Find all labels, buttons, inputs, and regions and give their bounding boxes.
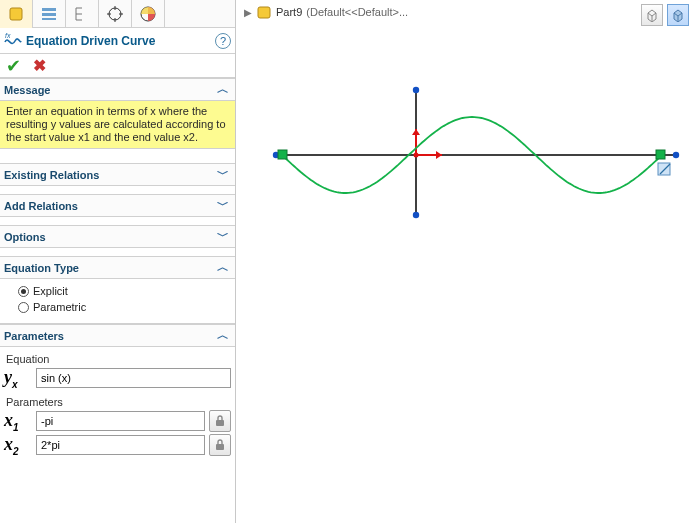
yx-input[interactable] [36,368,231,388]
section-equation-type-label: Equation Type [4,262,79,274]
x1-label: x1 [4,410,32,433]
chevron-down-icon: ﹀ [217,166,229,183]
equation-sublabel: Equation [6,353,231,365]
x2-input[interactable] [36,435,205,455]
section-parameters-label: Parameters [4,330,64,342]
tab-property-manager[interactable] [33,0,66,28]
curve-end-handle[interactable] [656,150,665,159]
radio-icon [18,286,29,297]
svg-rect-2 [42,13,56,16]
radio-explicit-label: Explicit [33,285,68,297]
radio-parametric-label: Parametric [33,301,86,313]
chevron-down-icon: ﹀ [217,197,229,214]
section-options-header[interactable]: Options ﹀ [0,225,235,248]
arrowhead-icon [436,151,442,159]
property-manager-panel: fx Equation Driven Curve ? ✔ ✖ Message ︿… [0,0,236,523]
sketch-canvas [236,0,691,500]
axis-endpoint[interactable] [413,212,419,218]
x2-lock-button[interactable] [209,434,231,456]
section-existing-relations-label: Existing Relations [4,169,99,181]
chevron-down-icon: ﹀ [217,228,229,245]
chevron-up-icon: ︿ [217,81,229,98]
svg-rect-3 [42,18,56,20]
chevron-up-icon: ︿ [217,259,229,276]
lock-icon [214,439,226,451]
x1-input[interactable] [36,411,205,431]
section-parameters-header[interactable]: Parameters ︿ [0,324,235,347]
x2-row: x2 [4,434,231,457]
tab-configuration-manager[interactable] [66,0,99,28]
parameters-sublabel: Parameters [6,396,231,408]
x2-label: x2 [4,434,32,457]
section-options-label: Options [4,231,46,243]
panel-title-row: fx Equation Driven Curve ? [0,28,235,54]
ok-button[interactable]: ✔ [6,57,21,75]
tab-dimxpert[interactable] [99,0,132,28]
appearance-icon [139,5,157,23]
equation-type-body: Explicit Parametric [0,279,235,324]
target-icon [106,5,124,23]
chevron-up-icon: ︿ [217,327,229,344]
help-icon[interactable]: ? [215,33,231,49]
relation-glyph[interactable] [658,163,670,175]
message-body: Enter an equation in terms of x where th… [0,101,235,149]
tab-feature-manager[interactable] [0,0,33,28]
radio-icon [18,302,29,313]
axis-endpoint[interactable] [673,152,679,158]
svg-rect-1 [42,8,56,11]
section-message-label: Message [4,84,50,96]
section-message-header[interactable]: Message ︿ [0,78,235,101]
x1-lock-button[interactable] [209,410,231,432]
yx-label: yx [4,367,32,390]
parameters-body: Equation yx Parameters x1 x2 [0,347,235,467]
curve-start-handle[interactable] [278,150,287,159]
equation-yx-row: yx [4,367,231,390]
svg-text:fx: fx [5,32,11,39]
origin-point[interactable] [414,153,419,158]
equation-curve-icon: fx [4,32,22,50]
graphics-area[interactable]: ▶ Part9 (Default<<Default>... [236,0,695,523]
config-tree-icon [73,5,91,23]
x1-row: x1 [4,410,231,433]
cancel-button[interactable]: ✖ [33,58,46,74]
section-equation-type-header[interactable]: Equation Type ︿ [0,256,235,279]
section-add-relations-header[interactable]: Add Relations ﹀ [0,194,235,217]
radio-parametric[interactable]: Parametric [18,299,229,315]
tab-display-manager[interactable] [132,0,165,28]
panel-title: Equation Driven Curve [26,34,215,48]
axis-endpoint[interactable] [413,87,419,93]
section-existing-relations-header[interactable]: Existing Relations ﹀ [0,163,235,186]
property-icon [40,5,58,23]
lock-icon [214,415,226,427]
section-add-relations-label: Add Relations [4,200,78,212]
radio-explicit[interactable]: Explicit [18,283,229,299]
panel-tabbar [0,0,235,28]
ok-cancel-bar: ✔ ✖ [0,54,235,78]
svg-rect-7 [216,420,224,426]
feature-tree-icon [7,5,25,23]
arrowhead-icon [412,129,420,135]
svg-rect-8 [216,444,224,450]
svg-rect-0 [10,8,22,20]
